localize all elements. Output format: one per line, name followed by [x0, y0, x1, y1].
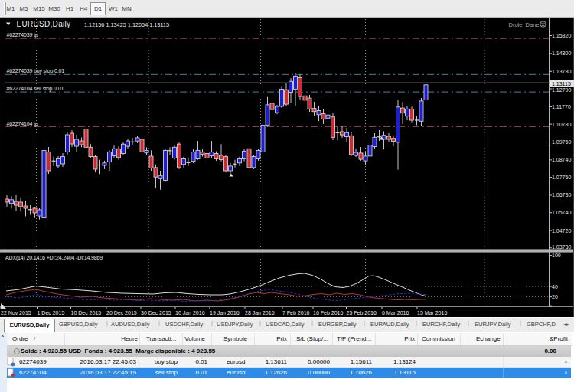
svg-text:20 Dec 2015: 20 Dec 2015 [106, 310, 137, 315]
svg-text:1.15820: 1.15820 [552, 33, 571, 38]
svg-text:10 Jan 2016: 10 Jan 2016 [175, 310, 205, 315]
svg-text:1.14800: 1.14800 [552, 51, 571, 56]
svg-text:30 Dec 2015: 30 Dec 2015 [141, 310, 171, 315]
svg-text:100: 100 [552, 253, 561, 258]
svg-text:1.04720: 1.04720 [552, 228, 571, 234]
svg-text:1.13780: 1.13780 [552, 69, 571, 74]
svg-text:28 Jan 2016: 28 Jan 2016 [245, 310, 275, 315]
svg-text:ADX(14) 20.1416 +DI:24.2404 -D: ADX(14) 20.1416 +DI:24.2404 -DI:14.9869 [5, 255, 103, 261]
svg-text:1.10780: 1.10780 [552, 122, 571, 127]
svg-text:1.06730: 1.06730 [552, 192, 571, 198]
svg-text:22 Nov 2015: 22 Nov 2015 [1, 310, 31, 315]
svg-text:1.12156 1.13425 1.12054 1.1311: 1.12156 1.13425 1.12054 1.13115 [84, 21, 169, 28]
svg-text:Drole_Dane: Drole_Dane [508, 21, 539, 28]
svg-text:16 Feb 2016: 16 Feb 2016 [313, 310, 343, 315]
svg-text:1.03730: 1.03730 [552, 244, 571, 250]
svg-text:1.08740: 1.08740 [552, 157, 571, 162]
svg-text:25 Feb 2016: 25 Feb 2016 [347, 310, 377, 315]
svg-text:10 Dec 2015: 10 Dec 2015 [71, 310, 102, 315]
svg-text:#62274039 tp: #62274039 tp [7, 32, 38, 38]
svg-text:1.09760: 1.09760 [552, 139, 571, 145]
svg-text:EURUSD,Daily: EURUSD,Daily [17, 20, 71, 28]
svg-text:40: 40 [552, 284, 558, 289]
svg-text:#62274039 buy stop 0.01: #62274039 buy stop 0.01 [7, 68, 65, 74]
svg-text:7 Feb 2016: 7 Feb 2016 [282, 310, 310, 315]
svg-text:1.11770: 1.11770 [552, 104, 571, 109]
svg-text:19 Jan 2016: 19 Jan 2016 [210, 310, 240, 315]
svg-text:1.07750: 1.07750 [552, 175, 571, 180]
svg-text:1.13115: 1.13115 [552, 81, 571, 87]
svg-text:6 Mar 2016: 6 Mar 2016 [382, 310, 409, 315]
svg-text:#62274104 sell stop 0.01: #62274104 sell stop 0.01 [7, 86, 64, 92]
svg-text:20: 20 [552, 294, 558, 299]
svg-text:1.12790: 1.12790 [552, 87, 571, 93]
svg-text:1.05740: 1.05740 [552, 210, 571, 215]
svg-text:15 Mar 2016: 15 Mar 2016 [417, 310, 447, 315]
svg-text:#62274104 tp: #62274104 tp [7, 121, 38, 127]
svg-text:1 Dec 2015: 1 Dec 2015 [38, 310, 65, 315]
